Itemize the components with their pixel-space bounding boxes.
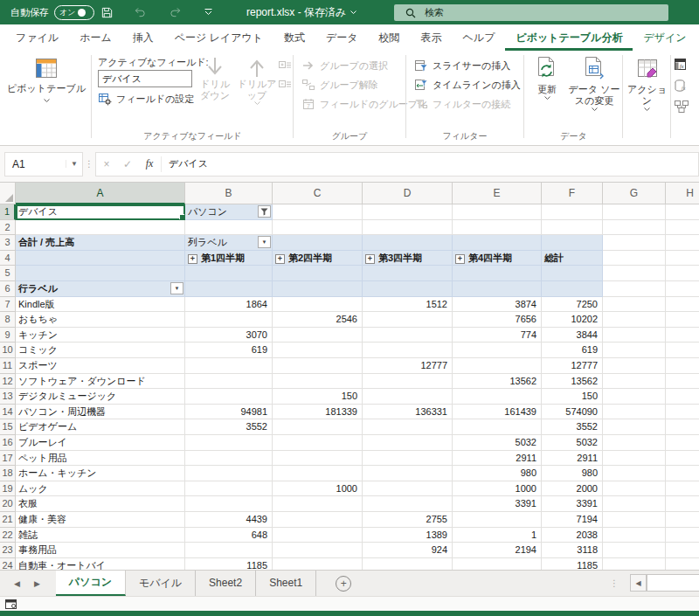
ribbon-tab-6[interactable]: 校閲: [369, 24, 411, 51]
cell-B14[interactable]: 94981: [185, 405, 273, 420]
cell-F23[interactable]: 3118: [542, 543, 603, 558]
cell-E16[interactable]: 5032: [453, 435, 542, 451]
cell-A1[interactable]: デバイス: [16, 204, 185, 220]
cell-C21[interactable]: [273, 512, 363, 528]
cell-D11[interactable]: 12777: [363, 358, 453, 374]
ribbon-tab-5[interactable]: データ: [315, 24, 369, 51]
cell-A10[interactable]: コミック: [16, 343, 185, 358]
cell-F2[interactable]: [542, 220, 603, 236]
cell-A4[interactable]: [16, 251, 185, 266]
cell-E20[interactable]: 3391: [453, 496, 542, 512]
cell-D23[interactable]: 924: [363, 543, 453, 558]
cell-E12[interactable]: 13562: [453, 374, 542, 390]
cell-B17[interactable]: [185, 451, 273, 467]
ribbon-tab-10[interactable]: デザイン: [633, 24, 696, 51]
cell-B24[interactable]: 1185: [185, 558, 273, 570]
cell-A9[interactable]: キッチン: [16, 328, 185, 343]
row-header-17[interactable]: 17: [0, 451, 16, 467]
row-header-11[interactable]: 11: [0, 358, 16, 374]
row-header-24[interactable]: 24: [0, 558, 16, 570]
cell-F4[interactable]: 総計: [542, 251, 603, 266]
cell-B7[interactable]: 1864: [185, 297, 273, 313]
row-header-10[interactable]: 10: [0, 343, 16, 358]
cell-A5[interactable]: [16, 266, 185, 281]
cell-C24[interactable]: [273, 558, 363, 570]
cell-F17[interactable]: 2911: [542, 451, 603, 467]
cell-F10[interactable]: 619: [542, 343, 603, 358]
cell-G3[interactable]: [603, 235, 666, 251]
cell-D19[interactable]: [363, 481, 453, 497]
cell-E13[interactable]: [453, 389, 542, 405]
row-header-21[interactable]: 21: [0, 512, 16, 528]
cell-F14[interactable]: 574090: [542, 405, 603, 420]
cell-B12[interactable]: [185, 374, 273, 390]
cell-H20[interactable]: [666, 496, 699, 512]
cell-E15[interactable]: [453, 419, 542, 435]
cell-C9[interactable]: [273, 328, 363, 343]
cell-H22[interactable]: [666, 528, 699, 543]
row-header-3[interactable]: 3: [0, 235, 16, 251]
dropdown-button[interactable]: ▼: [170, 282, 183, 294]
cell-F6[interactable]: [542, 281, 603, 297]
cell-G14[interactable]: [603, 405, 666, 420]
cell-E1[interactable]: [453, 204, 542, 220]
cell-B23[interactable]: [185, 543, 273, 558]
row-header-16[interactable]: 16: [0, 435, 16, 451]
cell-H13[interactable]: [666, 389, 699, 405]
name-box-dropdown-icon[interactable]: ▼: [66, 160, 82, 168]
cell-C22[interactable]: [273, 528, 363, 543]
cell-C13[interactable]: 150: [273, 389, 363, 405]
cell-D1[interactable]: [363, 204, 453, 220]
ribbon-tab-3[interactable]: ページ レイアウト: [164, 24, 273, 51]
cell-F19[interactable]: 2000: [542, 481, 603, 497]
cell-H6[interactable]: [666, 281, 699, 297]
cell-H19[interactable]: [666, 481, 699, 497]
cell-D15[interactable]: [363, 419, 453, 435]
cell-G4[interactable]: [603, 251, 666, 266]
sheet-nav-left-icon[interactable]: ◀: [14, 579, 20, 588]
cell-H23[interactable]: [666, 543, 699, 558]
cell-C8[interactable]: 2546: [273, 312, 363, 328]
column-header-E[interactable]: E: [453, 183, 542, 204]
cell-E2[interactable]: [453, 220, 542, 236]
row-header-15[interactable]: 15: [0, 419, 16, 435]
cell-G16[interactable]: [603, 435, 666, 451]
cell-F16[interactable]: 5032: [542, 435, 603, 451]
cell-D7[interactable]: 1512: [363, 297, 453, 313]
cell-B3[interactable]: 列ラベル▼: [185, 235, 273, 251]
cell-E17[interactable]: 2911: [453, 451, 542, 467]
cell-G11[interactable]: [603, 358, 666, 374]
cell-H2[interactable]: [666, 220, 699, 236]
cell-C14[interactable]: 181339: [273, 405, 363, 420]
select-all-corner[interactable]: [0, 183, 16, 204]
cell-D4[interactable]: +第3四半期: [363, 251, 453, 266]
cell-E22[interactable]: 1: [453, 528, 542, 543]
cell-H3[interactable]: [666, 235, 699, 251]
cell-C10[interactable]: [273, 343, 363, 358]
cell-D17[interactable]: [363, 451, 453, 467]
cell-F13[interactable]: 150: [542, 389, 603, 405]
cell-D13[interactable]: [363, 389, 453, 405]
cell-B5[interactable]: [185, 266, 273, 281]
cell-B15[interactable]: 3552: [185, 419, 273, 435]
cell-A13[interactable]: デジタルミュージック: [16, 389, 185, 405]
cell-A6[interactable]: 行ラベル▼: [16, 281, 185, 297]
cell-D8[interactable]: [363, 312, 453, 328]
ribbon-tab-4[interactable]: 数式: [273, 24, 315, 51]
cell-D10[interactable]: [363, 343, 453, 358]
dropdown-button[interactable]: ▼: [258, 236, 271, 248]
insert-function-icon[interactable]: fx: [138, 157, 161, 170]
cell-A14[interactable]: パソコン・周辺機器: [16, 405, 185, 420]
column-header-C[interactable]: C: [273, 183, 363, 204]
cell-B22[interactable]: 648: [185, 528, 273, 543]
cell-G15[interactable]: [603, 419, 666, 435]
cell-G19[interactable]: [603, 481, 666, 497]
cell-H17[interactable]: [666, 451, 699, 467]
cell-E8[interactable]: 7656: [453, 312, 542, 328]
cell-C16[interactable]: [273, 435, 363, 451]
cell-E18[interactable]: 980: [453, 466, 542, 481]
cell-C23[interactable]: [273, 543, 363, 558]
insert-timeline-button[interactable]: タイムラインの挿入: [414, 75, 521, 94]
cell-A19[interactable]: ムック: [16, 481, 185, 497]
cell-B13[interactable]: [185, 389, 273, 405]
